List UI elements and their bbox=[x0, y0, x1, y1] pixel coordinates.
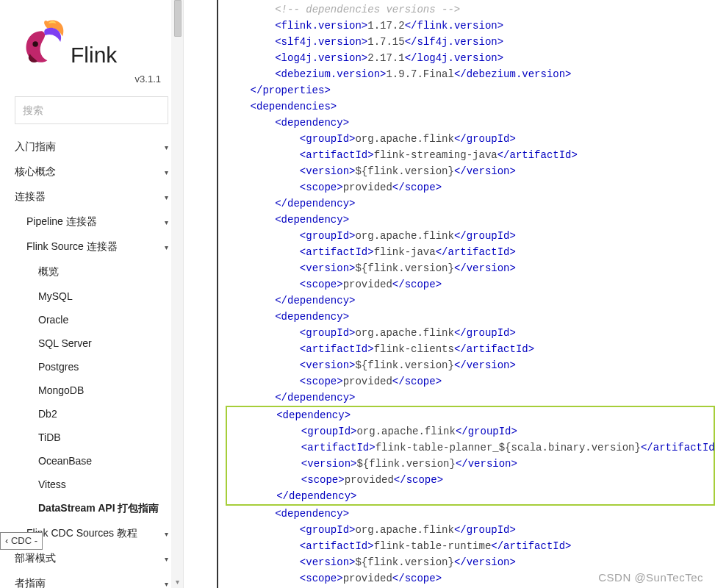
chevron-down-icon: ▾ bbox=[165, 243, 168, 251]
chevron-down-icon: ▾ bbox=[165, 218, 168, 226]
nav-label: SQL Server bbox=[38, 337, 92, 349]
nav-label: 入门指南 bbox=[15, 140, 56, 154]
nav-item-1[interactable]: 核心概念▾ bbox=[0, 159, 183, 184]
nav-label: Vitess bbox=[38, 478, 66, 490]
nav-label: Db2 bbox=[38, 408, 57, 420]
code-line: <dependency> bbox=[227, 407, 714, 423]
code-line: <dependency> bbox=[226, 212, 715, 228]
nav-sub-0[interactable]: Pipeline 连接器▾ bbox=[0, 209, 183, 234]
chevron-down-icon: ▾ bbox=[165, 193, 168, 201]
code-line: <version>${flink.version}</version> bbox=[227, 456, 714, 472]
code-line: <version>${flink.version}</version> bbox=[226, 260, 715, 276]
nav-leaf-6[interactable]: Db2 bbox=[0, 402, 183, 426]
code-line: <debezium.version>1.9.7.Final</debezium.… bbox=[226, 66, 715, 82]
nav-label: DataStream API 打包指南 bbox=[38, 502, 159, 515]
nav: 入门指南▾核心概念▾连接器▾Pipeline 连接器▾Flink Source … bbox=[0, 135, 183, 588]
code-line: </dependency> bbox=[226, 196, 715, 212]
code-line: <scope>provided</scope> bbox=[226, 179, 715, 196]
code-line: </properties> bbox=[226, 82, 715, 98]
nav-tail-0[interactable]: 部署模式▾ bbox=[0, 546, 183, 571]
nav-label: 部署模式 bbox=[15, 552, 56, 565]
chevron-down-icon: ▾ bbox=[165, 580, 168, 588]
brand-title: Flink bbox=[71, 43, 117, 68]
nav-leaf-5[interactable]: MongoDB bbox=[0, 379, 183, 402]
search-box[interactable] bbox=[15, 96, 168, 124]
nav-label: 概览 bbox=[38, 265, 59, 279]
chevron-down-icon: ▾ bbox=[165, 143, 168, 151]
code-line: <groupId>org.apache.flink</groupId> bbox=[226, 131, 715, 147]
nav-label: OceanBase bbox=[38, 455, 92, 467]
code-pane: <!-- dependencies versions --> <flink.ve… bbox=[218, 0, 715, 588]
nav-label: TiDB bbox=[38, 431, 61, 443]
code-line: </dependency> bbox=[226, 390, 715, 406]
code-line: <groupId>org.apache.flink</groupId> bbox=[226, 522, 715, 538]
chevron-down-icon: ▾ bbox=[165, 168, 168, 176]
code-line: <artifactId>flink-java</artifactId> bbox=[226, 244, 715, 260]
nav-label: Flink CDC Sources 教程 bbox=[26, 527, 137, 540]
nav-leaf-1[interactable]: MySQL bbox=[0, 284, 183, 308]
scrollbar-thumb[interactable] bbox=[174, 0, 182, 37]
nav-leaf-9[interactable]: Vitess bbox=[0, 473, 183, 496]
nav-item-2[interactable]: 连接器▾ bbox=[0, 184, 183, 209]
code-line: <scope>provided</scope> bbox=[226, 373, 715, 390]
code-line: <slf4j.version>1.7.15</slf4j.version> bbox=[226, 34, 715, 50]
brand-block: Flink bbox=[0, 7, 183, 69]
code-line: <dependency> bbox=[226, 506, 715, 522]
search-input[interactable] bbox=[15, 97, 168, 123]
nav-leaf-8[interactable]: OceanBase bbox=[0, 449, 183, 473]
nav-item-0[interactable]: 入门指南▾ bbox=[0, 135, 183, 159]
code-line: <artifactId>flink-table-planner_${scala.… bbox=[227, 440, 714, 456]
nav-label: MongoDB bbox=[38, 384, 84, 396]
code-line: </dependency> bbox=[226, 293, 715, 309]
nav-label: Postgres bbox=[38, 361, 79, 373]
version-label: v3.1.1 bbox=[0, 74, 183, 85]
code-line: <!-- dependencies versions --> bbox=[226, 1, 715, 18]
nav-label: Oracle bbox=[38, 314, 68, 326]
code-line: <groupId>org.apache.flink</groupId> bbox=[226, 228, 715, 244]
nav-label: 连接器 bbox=[15, 190, 46, 204]
nav-label: Flink Source 连接器 bbox=[26, 240, 118, 254]
nav-label: 者指南 bbox=[15, 577, 46, 588]
nav-leaf-7[interactable]: TiDB bbox=[0, 426, 183, 449]
link-tooltip: ‹ CDC - bbox=[0, 532, 43, 550]
code-line: <flink.version>1.17.2</flink.version> bbox=[226, 18, 715, 34]
scrollbar-down-icon[interactable]: ▾ bbox=[173, 578, 182, 587]
code-line: </dependency> bbox=[227, 488, 714, 504]
code-line: <dependency> bbox=[226, 115, 715, 131]
highlighted-dependency: <dependency> <groupId>org.apache.flink</… bbox=[226, 406, 715, 506]
nav-sub-1[interactable]: Flink Source 连接器▾ bbox=[0, 234, 183, 259]
code-line: <version>${flink.version}</version> bbox=[226, 554, 715, 570]
nav-tail-1[interactable]: 者指南▾ bbox=[0, 571, 183, 588]
nav-leaf-3[interactable]: SQL Server bbox=[0, 331, 183, 355]
watermark: CSDN @SunTecTec bbox=[598, 571, 703, 584]
code-line: <version>${flink.version}</version> bbox=[226, 163, 715, 179]
nav-label: Pipeline 连接器 bbox=[26, 215, 97, 229]
code-line: <artifactId>flink-table-runtime</artifac… bbox=[226, 538, 715, 554]
nav-leaf-4[interactable]: Postgres bbox=[0, 355, 183, 379]
nav-leaf-10[interactable]: DataStream API 打包指南 bbox=[0, 496, 183, 521]
nav-leaf-0[interactable]: 概览 bbox=[0, 259, 183, 284]
sidebar: ▾ Flink v3.1.1 入门指南▾核心概念▾连接器▾Pipeline 连接… bbox=[0, 0, 184, 588]
nav-label: 核心概念 bbox=[15, 165, 56, 179]
code-line: <scope>provided</scope> bbox=[227, 472, 714, 488]
code-line: <artifactId>flink-streaming-java</artifa… bbox=[226, 147, 715, 163]
code-line: <version>${flink.version}</version> bbox=[226, 357, 715, 373]
chevron-down-icon: ▾ bbox=[165, 555, 168, 563]
sidebar-scrollbar[interactable]: ▾ bbox=[171, 0, 183, 588]
nav-leaf-2[interactable]: Oracle bbox=[0, 308, 183, 331]
code-line: <log4j.version>2.17.1</log4j.version> bbox=[226, 50, 715, 66]
code-line: <dependencies> bbox=[226, 98, 715, 115]
nav-label: MySQL bbox=[38, 290, 73, 302]
code-line: <groupId>org.apache.flink</groupId> bbox=[227, 423, 714, 440]
code-line: <dependency> bbox=[226, 309, 715, 325]
code-line: <scope>provided</scope> bbox=[226, 276, 715, 293]
svg-point-0 bbox=[32, 41, 37, 46]
flink-squirrel-logo bbox=[15, 15, 69, 69]
chevron-down-icon: ▾ bbox=[165, 530, 168, 538]
code-line: <groupId>org.apache.flink</groupId> bbox=[226, 325, 715, 341]
code-line: <artifactId>flink-clients</artifactId> bbox=[226, 341, 715, 357]
